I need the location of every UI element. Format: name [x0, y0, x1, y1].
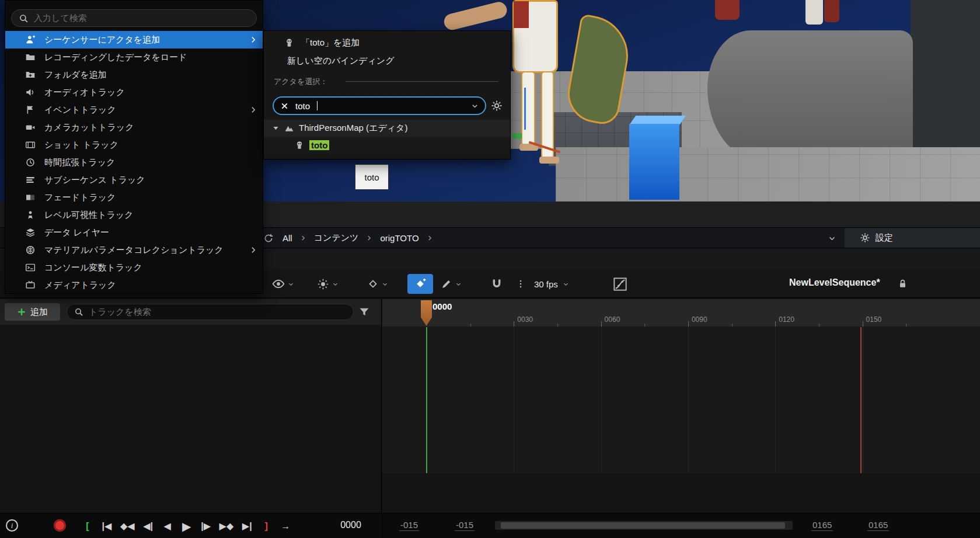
keyframe-options-button[interactable]	[317, 270, 339, 298]
tree-item-map-label: ThirdPersonMap (エディタ)	[299, 123, 407, 134]
menu-search-input[interactable]: 入力して検索	[11, 9, 257, 27]
play-forward-button[interactable]: ▶	[181, 519, 193, 533]
chevron-down-icon[interactable]	[828, 234, 836, 242]
menu-item-label: 時間拡張トラック	[44, 157, 115, 168]
gear-icon[interactable]	[491, 100, 503, 112]
timeline-ruler[interactable]: 0000 00300060009001200150	[382, 299, 980, 327]
viewport-distant-figure	[715, 0, 740, 20]
gizmo-axis-blue[interactable]	[524, 88, 526, 130]
timeline-scrollbar[interactable]	[495, 521, 793, 530]
chevron-right-icon	[427, 235, 433, 241]
skeleton-icon	[294, 140, 305, 151]
menu-item-13[interactable]: コンソール変数トラック	[5, 259, 263, 276]
breadcrumb-item-0[interactable]: All	[283, 233, 292, 243]
play-reverse-button[interactable]: ◀	[162, 520, 173, 532]
actor-search-input[interactable]: toto	[273, 96, 486, 115]
menu-item-4[interactable]: イベントトラック	[5, 101, 263, 119]
menu-item-10[interactable]: レベル可視性トラック	[5, 206, 263, 224]
set-end-bracket-button[interactable]: ]	[260, 521, 272, 532]
tree-item-map[interactable]: ThirdPersonMap (エディタ)	[264, 120, 510, 137]
set-start-bracket-button[interactable]: [	[82, 521, 93, 532]
fps-label: 30 fps	[534, 279, 558, 289]
breadcrumb-item-1[interactable]: コンテンツ	[314, 232, 359, 244]
triangle-down-icon[interactable]	[272, 124, 280, 132]
menu-item-9[interactable]: フェードトラック	[5, 189, 263, 206]
menu-item-6[interactable]: ショット トラック	[5, 136, 263, 154]
menu-item-label: レベル可視性トラック	[44, 210, 133, 221]
menu-item-label: データ レイヤー	[44, 227, 109, 238]
current-frame-field[interactable]: 0000	[330, 520, 371, 530]
go-to-front-button[interactable]: |◀	[101, 520, 113, 532]
lock-icon[interactable]	[897, 278, 908, 289]
info-icon[interactable]: i	[6, 519, 18, 532]
view-range-start-field[interactable]: -015	[399, 520, 419, 531]
playback-range-start-line[interactable]	[426, 327, 427, 473]
menu-item-8[interactable]: サブシーケンス トラック	[5, 171, 263, 189]
snapping-button[interactable]	[490, 270, 503, 298]
chevron-down-icon[interactable]	[471, 102, 479, 110]
settings-button[interactable]: 設定	[845, 228, 980, 248]
divider	[346, 81, 498, 82]
fps-dropdown[interactable]: 30 fps	[534, 270, 569, 298]
divider	[382, 513, 382, 538]
auto-key-button[interactable]	[407, 274, 433, 294]
previous-key-button[interactable]: ◆◀	[120, 520, 135, 532]
timeline-lower-strip	[382, 473, 980, 513]
step-forward-button[interactable]: |▶	[200, 520, 212, 532]
working-range-end-field[interactable]: 0165	[811, 520, 833, 531]
sync-icon[interactable]	[263, 233, 274, 244]
tracks-list-area[interactable]	[0, 325, 382, 513]
menu-item-label: オーディオトラック	[44, 87, 125, 98]
add-toto-item[interactable]: 「toto」を追加	[284, 37, 360, 48]
media-icon	[25, 280, 36, 290]
subsequence-icon	[25, 175, 36, 185]
view-range-end-field[interactable]: 0165	[867, 520, 889, 531]
timeline-track-area[interactable]	[382, 327, 980, 513]
skeleton-icon	[284, 37, 295, 48]
menu-item-11[interactable]: データ レイヤー	[5, 224, 263, 241]
menu-item-1[interactable]: レコーディングしたデータをロード	[5, 48, 263, 66]
menu-item-12[interactable]: マテリアルパラメータコレクショントラック	[5, 241, 263, 259]
playback-mode-button[interactable]: →	[280, 521, 291, 532]
playhead-marker[interactable]	[421, 300, 432, 326]
record-button[interactable]	[54, 519, 66, 532]
ruler-tick-mark	[514, 321, 514, 327]
edit-mode-button[interactable]	[441, 270, 462, 298]
ruler-tick-minor	[644, 324, 645, 327]
working-range-start-field[interactable]: -015	[455, 520, 475, 531]
menu-item-0[interactable]: シーケンサーにアクタを追加	[5, 31, 263, 48]
filter-icon[interactable]	[358, 306, 370, 318]
go-to-end-button[interactable]: ▶|	[241, 520, 253, 532]
step-back-button[interactable]: ◀|	[142, 520, 154, 532]
track-search-input[interactable]: トラックを検索	[67, 304, 354, 320]
new-empty-binding-item[interactable]: 新しい空のバインディング	[287, 55, 395, 67]
curve-editor-button[interactable]	[613, 270, 627, 298]
sun-icon	[317, 278, 329, 290]
timeline-gridline	[775, 327, 776, 473]
tree-item-toto[interactable]: toto	[264, 137, 510, 154]
ruler-tick-label: 0060	[605, 315, 620, 324]
folder-add-icon	[25, 70, 36, 80]
breadcrumb-item-2[interactable]: origTOTO	[380, 233, 418, 243]
snapping-options-button[interactable]	[516, 270, 525, 298]
character-foot	[539, 157, 559, 164]
ruler-tick-minor	[732, 324, 733, 327]
playback-range-end-line[interactable]	[860, 327, 862, 473]
menu-item-7[interactable]: 時間拡張トラック	[5, 154, 263, 171]
view-options-button[interactable]	[272, 270, 294, 298]
ruler-tick-label: 0120	[779, 315, 794, 324]
menu-item-14[interactable]: メディアトラック	[5, 276, 263, 294]
next-key-button[interactable]: ▶◆	[219, 520, 234, 532]
sequence-name[interactable]: NewLevelSequence*	[789, 277, 880, 288]
menu-item-3[interactable]: オーディオトラック	[5, 84, 263, 101]
scrollbar-thumb[interactable]	[501, 522, 785, 529]
add-track-button[interactable]: 追加	[5, 303, 60, 321]
gizmo-axis-green[interactable]	[512, 133, 522, 139]
keyframe-shape-button[interactable]	[367, 270, 388, 298]
viewport-distant-figure	[805, 0, 823, 25]
ruler-tick-label: 0090	[692, 315, 707, 324]
menu-item-label: マテリアルパラメータコレクショントラック	[44, 245, 224, 256]
menu-item-2[interactable]: フォルダを追加	[5, 66, 263, 84]
menu-item-5[interactable]: カメラカットトラック	[5, 119, 263, 136]
x-clear-icon[interactable]	[280, 102, 289, 110]
